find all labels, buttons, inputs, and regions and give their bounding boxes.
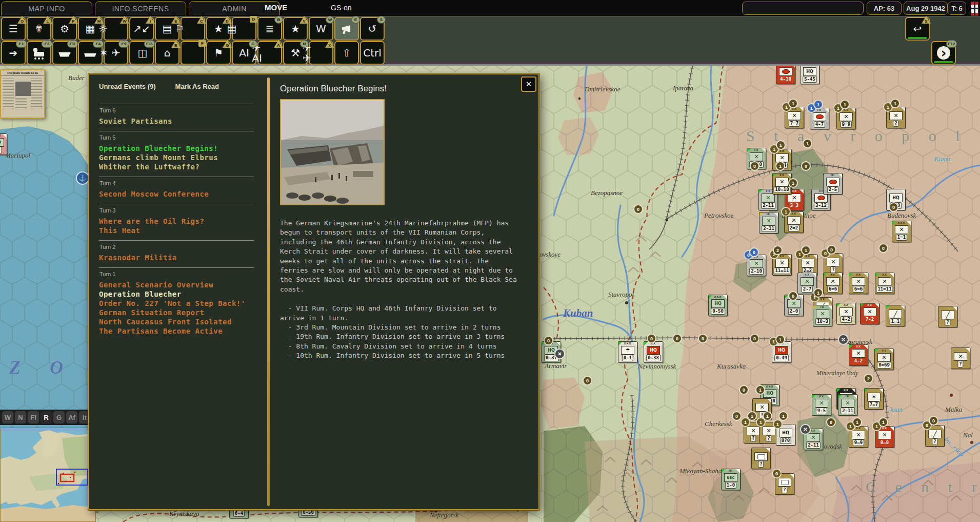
toolbar-icon: ⚙	[60, 24, 69, 34]
rail-capacity-marker: 1	[775, 161, 785, 171]
nation-filter-button[interactable]: W	[2, 411, 14, 424]
nation-filter-button[interactable]: N	[14, 411, 27, 424]
rail-capacity-marker: 1	[801, 245, 811, 255]
event-item[interactable]: The Partisans Become Active	[99, 326, 254, 336]
weather-report-button[interactable]: ☼ W	[104, 17, 128, 41]
toolbar-icon: ⇧	[343, 48, 351, 58]
toolbar-icon: ⚑	[214, 48, 223, 58]
objective-flags-button[interactable]: ⚑ G	[206, 41, 231, 65]
rail-capacity-marker: 1	[878, 417, 888, 427]
rail-capacity-marker: 1	[840, 100, 850, 109]
ctrl-key-button[interactable]: Ctrl	[360, 41, 385, 65]
toolbar-icon: ✶	[99, 48, 108, 58]
event-item[interactable]: Soviet Partisans	[99, 117, 254, 126]
nation-filter-button[interactable]: Af	[66, 411, 78, 424]
rail-capacity-marker: 0	[739, 385, 749, 395]
nation-filter-button[interactable]: G	[53, 411, 65, 424]
event-item[interactable]: Operation Bluecher	[99, 289, 254, 299]
hotkey-badge: S	[377, 16, 386, 24]
rail-capacity-marker: 1	[778, 411, 788, 421]
air-superiority-button[interactable]: ✈✈ X	[309, 41, 333, 65]
event-item[interactable]: Where are the Oil Rigs?	[99, 217, 254, 226]
event-item[interactable]: German Situation Report	[99, 308, 254, 317]
message-bar	[742, 2, 864, 15]
event-item[interactable]: Order No. 227 'Not a Step Back!'	[99, 299, 254, 308]
strategic-minimap[interactable]	[0, 428, 96, 522]
close-button[interactable]: ✕	[521, 76, 536, 92]
rail-capacity-marker: 1	[788, 178, 798, 188]
event-item[interactable]: Krasnodar Militia	[99, 253, 254, 262]
undo-icon: ↩	[913, 24, 922, 34]
rail-transport-button[interactable]: F2	[27, 41, 51, 65]
main-tab[interactable]: INFO SCREENS	[95, 1, 186, 15]
turn-label: Turn 6	[99, 107, 254, 113]
hotkey-badge: D	[250, 16, 257, 23]
orders-report-button[interactable]: ☰ O	[1, 17, 26, 41]
main-tabs: MAP INFOINFO SCREENSADMIN	[1, 1, 283, 15]
event-article: Operation Bluecher Begins!	[273, 74, 538, 509]
rail-capacity-marker: 2	[773, 245, 783, 255]
sea-transport-button[interactable]: F3	[52, 41, 77, 65]
scenario-restart-button[interactable]: ↺ S	[360, 17, 385, 41]
toolbar-icon: ⚐	[175, 24, 184, 34]
shift-key-button[interactable]: ⇧	[334, 41, 359, 65]
rail-capacity-marker: 1	[852, 417, 862, 427]
hotkey-badge: C	[249, 40, 257, 48]
nation-filter-button[interactable]: R	[40, 411, 52, 424]
wiki-button[interactable]: W W	[309, 17, 333, 41]
event-item[interactable]: Second Moscow Conference	[99, 189, 254, 199]
undo-button[interactable]: ↩ S	[905, 17, 930, 41]
event-item[interactable]: Operation Bluecher Begins!	[99, 144, 254, 153]
barge-icon	[84, 53, 96, 57]
rail-capacity-marker: 0	[929, 416, 938, 426]
event-item[interactable]: Whither the Luftwaffe?	[99, 162, 254, 171]
hotkey-badge: E	[351, 16, 360, 24]
event-item[interactable]: North Caucasus Front Isolated	[99, 317, 254, 326]
turn-group: Turn 5 Operation Bluecher Begins!Germans…	[99, 131, 254, 177]
toolbar-modes: ➔ F1 F2 F3	[0, 41, 980, 66]
gs-indicator: GS-on	[331, 4, 351, 12]
events-scrollbar[interactable]	[267, 78, 270, 506]
rail-crossing-icon: ✕	[800, 424, 811, 435]
event-title: Operation Bluecher Begins!	[280, 84, 526, 94]
hotkey-badge: B	[274, 16, 283, 24]
hotkey-badge: M	[94, 16, 104, 24]
victory-screen-button[interactable]: ★ V	[283, 17, 308, 41]
transfer-screen-button[interactable]: ↗↙ I	[129, 17, 154, 41]
hotkey-badge: W	[120, 16, 129, 24]
hotkey-badge: L	[43, 16, 52, 24]
train-icon	[34, 52, 44, 56]
german-flag-icon	[971, 2, 978, 16]
structures-button[interactable]: ◫ F	[181, 41, 205, 65]
action-cards-button[interactable]: ⚐ C	[181, 17, 205, 41]
toolbar-icon: ↺	[368, 24, 377, 34]
messages-events-button[interactable]: E	[334, 17, 359, 41]
rail-capacity-marker: 1	[803, 139, 812, 148]
newspaper-event-thumbnail[interactable]: Die große Stunde ist da	[0, 69, 45, 119]
rail-capacity-marker: 2	[864, 374, 873, 383]
mark-as-read-button[interactable]: Mark As Read	[175, 83, 219, 90]
oob-list-button[interactable]: ▤ D	[232, 17, 256, 41]
event-item[interactable]: This Heat	[99, 226, 254, 235]
move-mode-button[interactable]: ➔ F1	[1, 41, 26, 65]
hotkey-badge: W	[326, 16, 334, 24]
hotkey-badge: F9	[118, 40, 129, 48]
turn-group: Turn 3 Where are the Oil Rigs?This Heat	[99, 204, 254, 240]
losses-report-button[interactable]: ✟ L	[27, 17, 51, 41]
toolbar-icon: ☰	[9, 24, 18, 34]
rail-capacity-marker: 0	[647, 334, 656, 343]
ai-air-button[interactable]: ✈AI A	[257, 41, 282, 65]
hotkey-badge: F	[198, 40, 206, 47]
event-item[interactable]: Germans climb Mount Elbrus	[99, 153, 254, 162]
rail-capacity-marker: 0	[788, 291, 798, 301]
turn-group: Turn 4 Second Moscow Conference	[99, 177, 254, 204]
end-turn-button[interactable]: › F12	[931, 41, 956, 65]
main-tab[interactable]: MAP INFO	[1, 1, 92, 15]
briefing-book-button[interactable]: ≣ B	[257, 17, 282, 41]
action-points: AP: 63	[867, 2, 902, 15]
preferences-button[interactable]: ⚙ P	[52, 17, 77, 41]
nation-filter-button[interactable]: Fi	[27, 411, 39, 424]
rail-capacity-marker: 1	[813, 100, 823, 109]
end-turn-icon: ›	[937, 46, 950, 60]
event-item[interactable]: General Scenario Overview	[99, 280, 254, 289]
